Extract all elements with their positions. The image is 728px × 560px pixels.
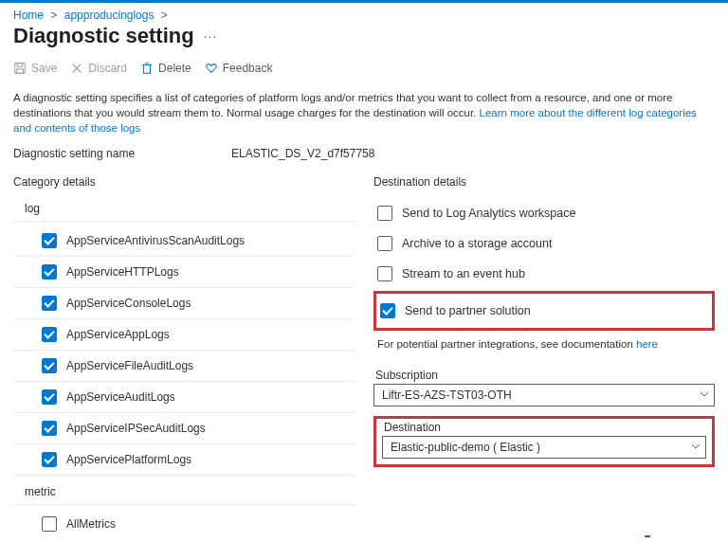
heart-icon	[205, 62, 218, 75]
highlight-destination-box: Destination Elastic-public-demo ( Elasti…	[373, 416, 715, 467]
highlight-partner-box: Send to partner solution	[373, 291, 715, 331]
log-item[interactable]: AppServicePlatformLogs	[13, 444, 355, 476]
metric-subheader: metric	[13, 481, 355, 505]
toolbar: Save Discard Delete Feedback	[0, 58, 728, 82]
setting-name-value: ELASTIC_DS_V2_d7f57758	[231, 147, 374, 160]
checkbox-checked-icon[interactable]	[380, 303, 395, 318]
checkbox-checked-icon[interactable]	[42, 358, 57, 373]
save-icon	[13, 62, 27, 75]
page-title: Diagnostic setting	[13, 24, 194, 48]
breadcrumb-resource[interactable]: appproducinglogs	[64, 9, 155, 22]
log-item-label: AppServiceAppLogs	[66, 328, 170, 341]
close-icon	[70, 62, 83, 75]
dest-label: Archive to a storage account	[402, 237, 552, 250]
log-item-label: AppServiceAuditLogs	[66, 390, 175, 404]
checkbox-checked-icon[interactable]	[42, 296, 57, 311]
log-subheader: log	[13, 198, 355, 222]
metric-item[interactable]: AllMetrics	[13, 509, 355, 539]
feedback-label: Feedback	[223, 62, 273, 75]
checkbox-unchecked-icon[interactable]	[377, 206, 392, 221]
partner-note: For potential partner integrations, see …	[373, 333, 715, 363]
chevron-right-icon: >	[50, 9, 57, 22]
more-actions-button[interactable]: ···	[204, 28, 218, 44]
dest-storage[interactable]: Archive to a storage account	[373, 228, 715, 259]
dest-label: Send to partner solution	[405, 304, 531, 317]
destination-label: Destination	[382, 421, 706, 434]
log-item[interactable]: AppServiceFileAuditLogs	[13, 351, 355, 382]
log-item-label: AppServicePlatformLogs	[66, 453, 191, 466]
svg-rect-1	[17, 63, 22, 67]
checkbox-unchecked-icon[interactable]	[42, 516, 57, 532]
discard-label: Discard	[88, 62, 127, 75]
save-label: Save	[31, 62, 57, 75]
log-item[interactable]: AppServiceHTTPLogs	[13, 257, 355, 288]
log-item-label: AppServiceConsoleLogs	[66, 297, 191, 310]
destination-value: Elastic-public-demo ( Elastic )	[382, 436, 706, 459]
checkbox-checked-icon[interactable]	[42, 421, 57, 436]
log-item[interactable]: AppServiceIPSecAuditLogs	[13, 413, 355, 444]
destination-select[interactable]: Elastic-public-demo ( Elastic )	[382, 436, 706, 459]
delete-button[interactable]: Delete	[140, 62, 191, 75]
trash-icon	[140, 62, 154, 75]
log-item-label: AppServiceHTTPLogs	[66, 265, 179, 279]
dest-partner[interactable]: Send to partner solution	[376, 296, 708, 326]
destination-details-header: Destination details	[373, 175, 715, 189]
log-item[interactable]: AppServiceAntivirusScanAuditLogs	[13, 226, 355, 257]
feedback-button[interactable]: Feedback	[205, 62, 273, 75]
save-button[interactable]: Save	[13, 62, 57, 75]
annotation-mark	[645, 535, 650, 537]
dest-label: Send to Log Analytics workspace	[402, 207, 575, 220]
svg-rect-5	[144, 65, 151, 74]
chevron-right-icon: >	[161, 9, 168, 22]
metric-item-label: AllMetrics	[66, 517, 116, 531]
subscription-value: Liftr-ES-AZS-TST03-OTH	[373, 384, 715, 406]
breadcrumb: Home > appproducinglogs >	[0, 3, 728, 22]
log-item[interactable]: AppServiceAuditLogs	[13, 382, 355, 413]
subscription-label: Subscription	[373, 369, 715, 382]
category-details-header: Category details	[13, 175, 355, 189]
checkbox-checked-icon[interactable]	[42, 233, 57, 248]
description-text: A diagnostic setting specifies a list of…	[0, 82, 728, 141]
discard-button[interactable]: Discard	[70, 62, 127, 75]
log-item-label: AppServiceFileAuditLogs	[66, 359, 193, 372]
dest-log-analytics[interactable]: Send to Log Analytics workspace	[373, 198, 715, 228]
partner-doc-link[interactable]: here	[636, 338, 658, 350]
log-item-label: AppServiceAntivirusScanAuditLogs	[66, 234, 245, 247]
subscription-select[interactable]: Liftr-ES-AZS-TST03-OTH	[373, 384, 715, 406]
breadcrumb-home[interactable]: Home	[13, 9, 44, 22]
checkbox-checked-icon[interactable]	[42, 389, 57, 405]
svg-rect-2	[17, 69, 24, 73]
dest-label: Stream to an event hub	[402, 267, 525, 280]
dest-eventhub[interactable]: Stream to an event hub	[373, 259, 715, 289]
delete-label: Delete	[158, 62, 191, 75]
checkbox-checked-icon[interactable]	[42, 452, 57, 467]
log-item[interactable]: AppServiceConsoleLogs	[13, 288, 355, 319]
checkbox-checked-icon[interactable]	[42, 327, 57, 342]
log-item[interactable]: AppServiceAppLogs	[13, 319, 355, 351]
log-item-label: AppServiceIPSecAuditLogs	[66, 422, 206, 435]
checkbox-checked-icon[interactable]	[42, 264, 57, 280]
setting-name-label: Diagnostic setting name	[13, 147, 231, 160]
checkbox-unchecked-icon[interactable]	[377, 266, 392, 281]
checkbox-unchecked-icon[interactable]	[377, 236, 392, 251]
